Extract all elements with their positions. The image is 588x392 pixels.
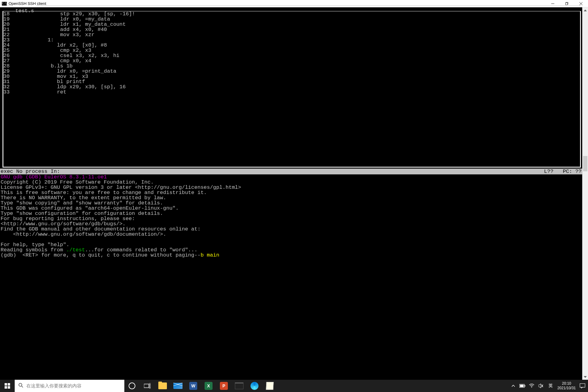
action-center-button[interactable] [579,383,586,388]
svg-rect-8 [149,383,151,385]
tray-overflow-button[interactable] [510,385,516,387]
svg-line-6 [22,386,23,387]
line-number: 27 [3,58,10,63]
svg-rect-2 [565,3,567,5]
battery-icon[interactable] [519,384,526,388]
source-line: 20 ldr x1, my_data_count [3,22,580,27]
source-line: 32 ldp x29, x30, [sp], 16 [3,84,580,89]
windows-logo-icon [5,383,10,389]
svg-rect-9 [149,385,151,387]
line-code: b.ls 1b [10,63,580,69]
window-title: OpenSSH SSH client [9,1,46,6]
source-editor-pane: test.s 18 stp x29, x30, [sp, -16]!19 ldr… [2,8,581,170]
line-number: 19 [3,17,10,22]
word-app-button[interactable]: W [186,380,201,392]
line-number: 23 [3,37,10,43]
start-button[interactable] [0,380,15,392]
line-number: 28 [3,63,10,69]
edge-app-button[interactable] [247,380,262,392]
source-line: 25 cmp x2, x3 [3,48,580,53]
line-number: 26 [3,53,10,58]
excel-icon: X [205,382,213,390]
gdb-copyright-text: Copyright (C) 2019 Free Software Foundat… [1,179,241,248]
line-number: 33 [3,89,10,95]
line-number: 29 [3,69,10,74]
line-number: 21 [3,27,10,32]
cortana-button[interactable] [124,380,140,392]
svg-rect-10 [149,387,151,389]
scroll-up-arrow[interactable] [582,7,588,13]
search-icon [18,383,23,389]
gdb-prompt: (gdb) [1,252,19,258]
windows-taskbar: 在这里输入你要搜索的内容 W X P 英 20:10 2021/10/31 [0,380,588,392]
ime-indicator[interactable]: 英 [547,383,554,389]
line-number: 20 [3,22,10,27]
terminal-icon [235,382,243,389]
powerpoint-icon: P [220,382,228,390]
line-code: ldr x2, [x0], #8 [10,43,580,48]
line-number: 25 [3,48,10,53]
task-view-button[interactable] [140,380,155,392]
source-line: 27 cmp x0, x4 [3,58,580,63]
notepad-app-button[interactable] [262,380,277,392]
line-code: add x4, x0, #40 [10,27,580,32]
file-explorer-button[interactable] [155,380,170,392]
gdb-user-command[interactable]: b main [201,252,219,258]
terminal-content[interactable]: test.s 18 stp x29, x30, [sp, -16]!19 ldr… [0,7,582,380]
source-line: 22 mov x3, xzr [3,32,580,37]
powerpoint-app-button[interactable]: P [216,380,232,392]
line-code: ldr x0, =my_data [10,17,580,22]
svg-rect-13 [520,385,524,387]
maximize-button[interactable] [560,0,574,7]
line-number: 31 [3,79,10,84]
app-icon: C:\ [2,2,7,6]
notepad-icon [266,382,273,390]
terminal-app-button[interactable] [232,380,247,392]
mail-icon [173,383,183,389]
minimize-button[interactable] [546,0,560,7]
clock-date: 2021/10/31 [557,386,576,390]
gdb-pager-msg: <RET> for more, q to quit, c to continue… [19,252,201,258]
line-number: 32 [3,84,10,89]
svg-point-14 [531,387,532,388]
window-titlebar: C:\ OpenSSH SSH client [0,0,588,7]
vertical-scrollbar[interactable] [582,7,588,380]
cortana-icon [129,382,135,389]
line-number: 18 [3,11,10,17]
source-line: 31 bl printf [3,79,580,84]
line-number: 22 [3,32,10,37]
line-code: ldp x29, x30, [sp], 16 [10,84,580,89]
task-view-icon [144,383,151,389]
volume-icon[interactable] [538,384,544,388]
source-line: 30 mov x1, x3 [3,74,580,79]
line-code: 1: [10,37,580,43]
scroll-down-arrow[interactable] [582,374,588,380]
system-tray: 英 20:10 2021/10/31 [508,380,588,392]
close-button[interactable] [574,0,588,7]
svg-rect-12 [525,385,525,387]
source-line: 29 ldr x0, =print_data [3,69,580,74]
wifi-icon[interactable] [529,384,535,388]
source-code-area[interactable]: 18 stp x29, x30, [sp, -16]!19 ldr x0, =m… [3,11,581,167]
gdb-output[interactable]: GNU gdb (GDB) EulerOS 8.3.1-11.oe1 Copyr… [0,174,582,258]
source-line: 33 ret [3,89,580,95]
clock[interactable]: 20:10 2021/10/31 [557,381,576,390]
search-placeholder: 在这里输入你要搜索的内容 [26,383,81,389]
svg-point-5 [19,383,22,386]
scroll-thumb[interactable] [583,156,587,171]
source-line: 24 ldr x2, [x0], #8 [3,43,580,48]
line-code: cmp x0, x4 [10,58,580,63]
source-line: 23 1: [3,37,580,43]
line-code: csel x3, x2, x3, hi [10,53,580,58]
svg-rect-7 [144,384,149,388]
excel-app-button[interactable]: X [201,380,216,392]
line-code: mov x1, x3 [10,74,580,79]
source-line: 19 ldr x0, =my_data [3,17,580,22]
line-code: ret [10,89,580,95]
edge-icon [251,382,258,390]
clock-time: 20:10 [557,381,576,386]
taskbar-search-box[interactable]: 在这里输入你要搜索的内容 [15,380,124,392]
line-number: 30 [3,74,10,79]
line-number: 24 [3,43,10,48]
mail-app-button[interactable] [170,380,186,392]
